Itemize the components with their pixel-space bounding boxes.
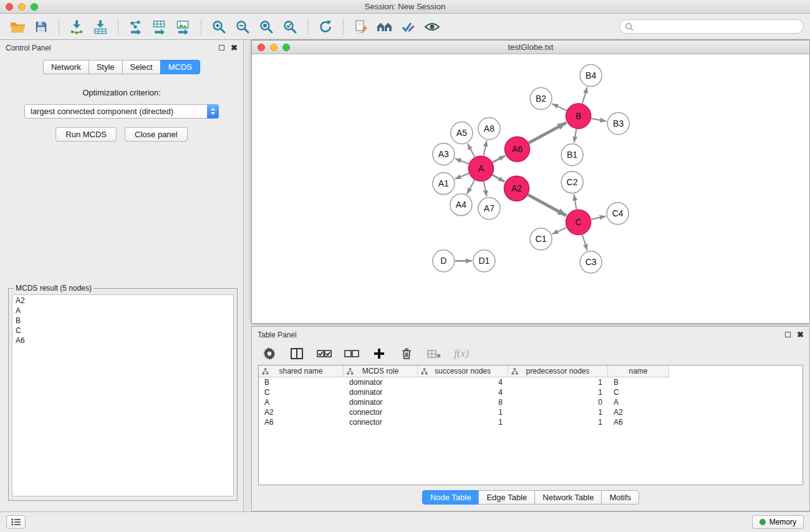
close-panel-icon[interactable]: ✖ (231, 44, 238, 52)
search-input[interactable] (637, 22, 798, 31)
edge-C-C4[interactable] (591, 216, 606, 219)
apply-layout-button[interactable] (314, 16, 337, 37)
table-row[interactable]: Adominator80A (259, 397, 669, 407)
node-A6[interactable]: A6 (504, 137, 529, 162)
add-column-button[interactable] (372, 345, 387, 362)
task-history-button[interactable] (6, 515, 26, 529)
zoom-selected-button[interactable] (279, 16, 301, 37)
minimize-network-button[interactable] (270, 44, 277, 51)
edge-B-B2[interactable] (552, 104, 566, 110)
float-table-panel-icon[interactable] (785, 332, 791, 337)
tab-select[interactable]: Select (122, 60, 161, 74)
edge-B-B3[interactable] (591, 118, 606, 122)
zoom-in-button[interactable] (208, 16, 230, 37)
node-A8[interactable]: A8 (478, 118, 500, 140)
table-row[interactable]: Bdominator41B (259, 377, 669, 387)
column-header-name[interactable]: name (608, 365, 669, 377)
first-neighbors-button[interactable] (374, 16, 396, 37)
node-A[interactable]: A (468, 156, 493, 181)
run-mcds-button[interactable]: Run MCDS (55, 127, 117, 142)
function-builder-button[interactable]: f(x) (454, 345, 469, 362)
criterion-dropdown[interactable]: largest connected component (directed) (24, 104, 219, 118)
edge-A-A5[interactable] (468, 143, 475, 157)
node-A4[interactable]: A4 (450, 194, 472, 216)
close-network-button[interactable] (258, 44, 265, 51)
node-B2[interactable]: B2 (530, 88, 552, 110)
column-header-mcds-role[interactable]: MCDS role (344, 365, 418, 377)
table-row[interactable]: A2connector11A2 (259, 407, 669, 417)
close-table-panel-icon[interactable]: ✖ (797, 331, 804, 339)
network-snapshot-button[interactable] (350, 16, 372, 37)
result-item[interactable]: B (16, 316, 230, 326)
close-panel-button[interactable]: Close panel (125, 127, 188, 142)
table-row[interactable]: A6connector11A6 (259, 417, 669, 427)
close-window-button[interactable] (6, 3, 13, 11)
edge-A-A7[interactable] (484, 181, 487, 196)
select-all-columns-button[interactable] (317, 345, 332, 362)
node-D[interactable]: D (433, 250, 455, 272)
tab-network-table[interactable]: Network Table (534, 490, 602, 505)
zoom-fit-button[interactable] (255, 16, 277, 37)
edge-A-A8[interactable] (484, 140, 487, 155)
column-header-shared-name[interactable]: shared name (259, 365, 344, 377)
import-table-button[interactable] (89, 16, 112, 37)
result-item[interactable]: A2 (16, 296, 230, 306)
node-C1[interactable]: C1 (530, 228, 552, 250)
maximize-network-button[interactable] (282, 44, 290, 51)
save-session-button[interactable] (30, 16, 52, 37)
edge-C-C2[interactable] (574, 195, 577, 210)
table-row[interactable]: Cdominator41C (259, 387, 669, 397)
node-C4[interactable]: C4 (607, 203, 629, 225)
annotation-mode-button[interactable] (397, 16, 420, 37)
tab-edge-table[interactable]: Edge Table (478, 490, 535, 505)
edge-A-A1[interactable] (455, 173, 468, 179)
edge-A-A2[interactable] (493, 175, 505, 182)
delete-column-button[interactable] (399, 345, 414, 362)
zoom-out-button[interactable] (231, 16, 254, 37)
edge-A2-C[interactable] (528, 195, 566, 215)
node-A2[interactable]: A2 (504, 176, 529, 201)
node-B3[interactable]: B3 (607, 113, 629, 135)
column-header-predecessor-nodes[interactable]: predecessor nodes (508, 365, 608, 377)
result-item[interactable]: A (16, 306, 230, 316)
node-C3[interactable]: C3 (580, 251, 602, 273)
edge-B-B1[interactable] (574, 129, 577, 143)
table-settings-button[interactable] (262, 345, 277, 362)
node-B4[interactable]: B4 (580, 65, 602, 87)
show-graphics-details-button[interactable] (421, 16, 443, 37)
result-item[interactable]: A6 (16, 336, 230, 346)
deselect-all-columns-button[interactable] (344, 345, 359, 362)
node-C2[interactable]: C2 (561, 172, 583, 193)
edge-A6-B[interactable] (529, 123, 566, 143)
export-table-button[interactable] (148, 16, 171, 37)
maximize-window-button[interactable] (31, 3, 38, 11)
result-item[interactable]: C (16, 326, 230, 336)
edge-A-A4[interactable] (467, 180, 475, 195)
tab-motifs[interactable]: Motifs (601, 490, 639, 505)
edge-C-C1[interactable] (552, 228, 566, 234)
float-panel-icon[interactable] (219, 45, 224, 51)
node-A7[interactable]: A7 (478, 198, 500, 220)
table-split-view-button[interactable] (289, 345, 304, 362)
export-network-button[interactable] (125, 16, 147, 37)
edge-A-A6[interactable] (493, 156, 505, 163)
open-session-button[interactable] (6, 16, 29, 37)
network-graph[interactable]: B4B2BB3A5A8A6A3B1AC2A1A2A4A7C4CC1DD1C3 (252, 54, 809, 323)
node-B1[interactable]: B1 (561, 144, 583, 166)
node-B[interactable]: B (566, 104, 591, 128)
column-header-successor-nodes[interactable]: successor nodes (418, 365, 508, 377)
edge-A-A3[interactable] (455, 158, 469, 164)
tab-mcds[interactable]: MCDS (160, 60, 200, 74)
minimize-window-button[interactable] (18, 3, 26, 11)
network-canvas[interactable]: B4B2BB3A5A8A6A3B1AC2A1A2A4A7C4CC1DD1C3 (252, 54, 809, 323)
export-image-button[interactable] (172, 16, 195, 37)
node-A3[interactable]: A3 (433, 143, 455, 165)
tab-node-table[interactable]: Node Table (422, 490, 480, 505)
edge-C-C3[interactable] (582, 235, 587, 250)
node-C[interactable]: C (566, 210, 591, 235)
node-A1[interactable]: A1 (433, 173, 455, 195)
edge-B-B4[interactable] (582, 87, 587, 104)
import-network-button[interactable] (65, 16, 88, 37)
clear-table-button[interactable] (427, 345, 441, 362)
node-A5[interactable]: A5 (451, 122, 473, 144)
